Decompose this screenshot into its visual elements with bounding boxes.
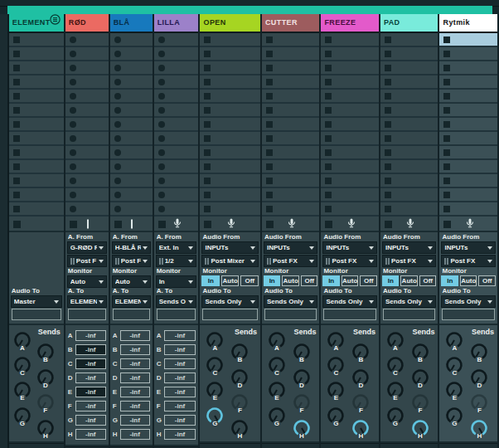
monitor-in-button[interactable]: In	[264, 275, 281, 286]
clip-stop-button[interactable]	[204, 107, 211, 114]
clip-slot[interactable]	[110, 47, 153, 61]
clip-record-button[interactable]	[158, 206, 165, 212]
clip-slot[interactable]	[439, 33, 497, 47]
clip-stop-button[interactable]	[325, 93, 332, 100]
clip-record-button[interactable]	[114, 93, 121, 100]
track-delay-field[interactable]	[157, 309, 196, 320]
clip-slot[interactable]	[9, 174, 64, 188]
stop-all-clips-button[interactable]	[70, 221, 77, 228]
send-amount-field[interactable]: -inf	[164, 358, 196, 369]
clip-slot[interactable]	[262, 174, 320, 188]
clip-record-button[interactable]	[114, 135, 121, 142]
send-amount-field[interactable]: -inf	[120, 358, 150, 369]
clip-record-button[interactable]	[114, 206, 121, 212]
clip-stop-button[interactable]	[325, 163, 332, 170]
clip-slot[interactable]	[65, 146, 109, 160]
clip-slot[interactable]	[200, 75, 259, 90]
input-channel-dropdown[interactable]: Post FX	[322, 255, 377, 267]
send-knob-f[interactable]: F	[292, 392, 312, 412]
audio-to-dropdown[interactable]: Sends Only	[264, 295, 318, 308]
audio-from-dropdown[interactable]: INPUTs	[264, 241, 318, 254]
send-amount-field[interactable]: -inf	[120, 344, 150, 355]
clip-slot[interactable]	[200, 47, 259, 61]
clip-stop-button[interactable]	[443, 51, 450, 57]
clip-slot[interactable]	[321, 146, 379, 160]
monitor-auto-button[interactable]: Auto	[342, 275, 359, 286]
clip-slot[interactable]	[380, 160, 438, 174]
clip-slot[interactable]	[380, 188, 438, 202]
monitor-auto-button[interactable]: Auto	[460, 275, 477, 286]
send-knob-c[interactable]: C	[267, 355, 287, 375]
stop-all-clips-button[interactable]	[443, 221, 451, 228]
clip-stop-button[interactable]	[385, 51, 391, 57]
clip-slot[interactable]	[200, 61, 259, 75]
clip-slot[interactable]	[321, 188, 379, 202]
audio-to-dropdown[interactable]: Sends O	[156, 295, 197, 308]
clip-stop-button[interactable]	[325, 149, 332, 156]
send-amount-field[interactable]: -inf	[75, 387, 106, 397]
send-knob-c[interactable]: C	[444, 355, 464, 375]
clip-record-button[interactable]	[70, 149, 76, 156]
track-delay-field[interactable]	[202, 309, 257, 320]
send-knob-h[interactable]: H	[351, 418, 371, 438]
clip-slot[interactable]	[200, 174, 259, 188]
send-knob-b[interactable]: B	[292, 342, 312, 362]
clip-stop-button[interactable]	[325, 65, 332, 71]
clip-slot[interactable]	[439, 75, 497, 90]
stop-all-clips-button[interactable]	[266, 221, 274, 228]
clip-record-button[interactable]	[158, 107, 165, 114]
audio-to-dropdown[interactable]: ELEMEN	[112, 295, 151, 308]
send-knob-h[interactable]: H	[469, 418, 489, 438]
clip-record-button[interactable]	[70, 107, 76, 114]
clip-slot[interactable]	[439, 118, 497, 132]
clip-slot[interactable]	[200, 132, 259, 146]
send-knob-e[interactable]: E	[385, 380, 405, 400]
send-knob-c[interactable]: C	[12, 355, 32, 375]
clip-slot[interactable]	[9, 47, 64, 61]
send-knob-d[interactable]: D	[230, 368, 250, 387]
clip-slot[interactable]	[9, 104, 64, 118]
clip-record-button[interactable]	[114, 192, 121, 198]
clip-slot[interactable]	[321, 202, 379, 217]
monitor-dropdown[interactable]: Auto	[67, 275, 107, 288]
clip-stop-button[interactable]	[443, 121, 450, 128]
clip-record-button[interactable]	[70, 37, 76, 43]
clip-stop-button[interactable]	[13, 107, 20, 114]
clip-stop-button[interactable]	[443, 107, 450, 114]
clip-record-button[interactable]	[158, 163, 165, 170]
clip-stop-button[interactable]	[266, 93, 273, 100]
clip-slot[interactable]	[321, 33, 379, 47]
clip-slot[interactable]	[154, 160, 199, 174]
send-amount-field[interactable]: -inf	[120, 387, 150, 397]
clip-slot[interactable]	[262, 47, 320, 61]
clip-stop-button[interactable]	[325, 79, 332, 85]
clip-record-button[interactable]	[114, 121, 121, 128]
send-knob-e[interactable]: E	[444, 380, 464, 400]
clip-stop-button[interactable]	[13, 192, 20, 198]
clip-record-button[interactable]	[70, 121, 76, 128]
clip-stop-button[interactable]	[266, 65, 273, 71]
send-knob-b[interactable]: B	[410, 342, 430, 362]
clip-slot[interactable]	[380, 202, 438, 217]
send-knob-e[interactable]: E	[205, 380, 225, 400]
audio-from-dropdown[interactable]: H-BLÅ R	[112, 241, 151, 254]
clip-slot[interactable]	[321, 61, 379, 75]
clip-slot[interactable]	[9, 61, 64, 75]
clip-stop-button[interactable]	[443, 206, 450, 212]
clip-slot[interactable]	[200, 104, 259, 118]
clip-slot[interactable]	[154, 188, 199, 202]
clip-slot[interactable]	[110, 202, 153, 217]
stop-all-clips-button[interactable]	[204, 221, 211, 228]
clip-slot[interactable]	[9, 160, 64, 174]
track-delay-field[interactable]	[442, 309, 495, 320]
send-amount-field[interactable]: -inf	[164, 344, 196, 355]
clip-slot[interactable]	[439, 188, 497, 202]
clip-record-button[interactable]	[70, 93, 76, 100]
clip-slot[interactable]	[321, 47, 379, 61]
send-knob-b[interactable]: B	[351, 342, 371, 362]
clip-stop-button[interactable]	[385, 107, 391, 114]
clip-slot[interactable]	[262, 202, 320, 217]
stop-all-clips-button[interactable]	[114, 221, 122, 228]
clip-stop-button[interactable]	[325, 135, 332, 142]
clip-slot[interactable]	[9, 132, 64, 146]
